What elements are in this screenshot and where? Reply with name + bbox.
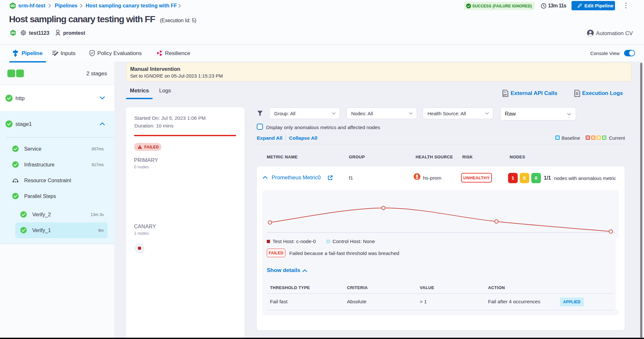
svg-text:API: API <box>503 94 507 96</box>
